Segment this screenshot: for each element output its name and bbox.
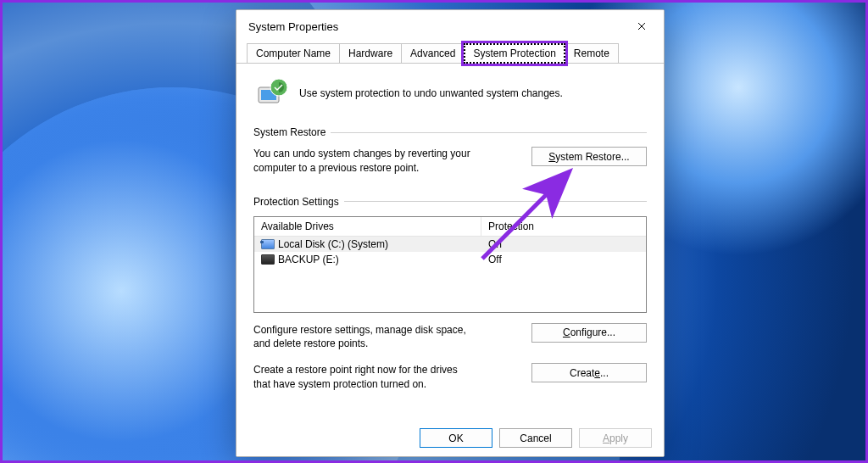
table-row[interactable]: Local Disk (C:) (System) On <box>254 237 646 252</box>
cancel-button[interactable]: Cancel <box>499 428 572 448</box>
window-title: System Properties <box>248 20 623 33</box>
drive-icon <box>261 254 275 265</box>
titlebar[interactable]: System Properties <box>236 10 664 42</box>
intro-text: Use system protection to undo unwanted s… <box>299 87 563 99</box>
tab-remote[interactable]: Remote <box>565 43 619 64</box>
ok-button[interactable]: OK <box>420 428 492 448</box>
system-properties-dialog: System Properties Computer Name Hardware… <box>236 9 665 457</box>
dialog-button-bar: OK Cancel Apply <box>236 420 664 456</box>
protection-settings-group-label: Protection Settings <box>253 196 647 208</box>
create-button[interactable]: Create... <box>531 363 647 382</box>
table-row[interactable]: BACKUP (E:) Off <box>254 252 646 267</box>
system-restore-group-label: System Restore <box>253 126 647 138</box>
tab-hardware[interactable]: Hardware <box>339 43 402 64</box>
apply-button: Apply <box>579 428 652 448</box>
system-restore-button[interactable]: System Restore... <box>531 147 647 166</box>
configure-button[interactable]: Configure... <box>531 323 647 343</box>
col-protection[interactable]: Protection <box>481 217 646 236</box>
col-available-drives[interactable]: Available Drives <box>254 217 481 236</box>
create-description: Create a restore point right now for the… <box>253 363 474 392</box>
system-protection-icon <box>253 75 289 111</box>
close-icon[interactable] <box>623 14 660 39</box>
tab-content: Use system protection to undo unwanted s… <box>236 63 664 420</box>
configure-description: Configure restore settings, manage disk … <box>253 323 474 352</box>
restore-description: You can undo system changes by reverting… <box>253 147 474 176</box>
tab-advanced[interactable]: Advanced <box>401 43 465 64</box>
drive-icon <box>261 239 275 249</box>
tab-system-protection[interactable]: System Protection <box>464 43 565 64</box>
drives-table[interactable]: Available Drives Protection Local Disk (… <box>253 216 647 313</box>
tab-computer-name[interactable]: Computer Name <box>247 43 340 64</box>
drives-table-header: Available Drives Protection <box>254 217 646 237</box>
tab-strip: Computer Name Hardware Advanced System P… <box>236 42 664 63</box>
